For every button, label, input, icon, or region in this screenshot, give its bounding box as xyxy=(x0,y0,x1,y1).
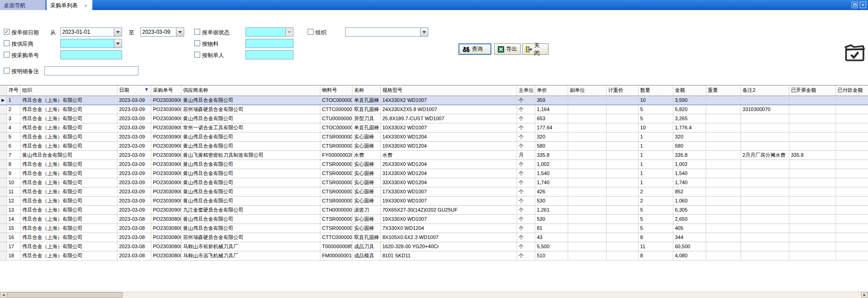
window-close-button[interactable]: ✕ xyxy=(860,2,866,8)
scrollbar-thumb[interactable] xyxy=(7,292,122,298)
row-selector[interactable] xyxy=(0,123,6,132)
material-filter-checkbox[interactable] xyxy=(194,40,200,46)
table-row[interactable]: 14伟旦合金（上海）有限公司2023-03-08PO230308001黄山伟旦合… xyxy=(0,214,868,224)
table-row[interactable]: 12伟旦合金（上海）有限公司2023-03-09PO230309008黄山伟旦合… xyxy=(0,196,868,205)
cell: PO230309007 xyxy=(151,178,181,187)
row-selector[interactable] xyxy=(0,150,6,160)
row-selector[interactable] xyxy=(0,187,6,196)
table-row[interactable]: 2伟旦合金（上海）有限公司2023-03-09PO230309002苏州瑞森硬质… xyxy=(0,105,868,114)
cell: 个 xyxy=(517,114,535,123)
table-row[interactable]: 9伟旦合金（上海）有限公司2023-03-09PO230309007黄山伟旦合金… xyxy=(0,169,868,178)
po-number-input[interactable] xyxy=(60,50,122,59)
date-filter-checkbox[interactable]: ✓ xyxy=(4,29,10,35)
cell: 7X330X0 WD1204 xyxy=(380,224,517,233)
org-combo[interactable] xyxy=(345,27,428,37)
table-row[interactable]: 16伟旦合金（上海）有限公司2023-03-08PO230308003苏州瑞森硬… xyxy=(0,233,868,242)
chevron-down-icon[interactable] xyxy=(114,28,122,36)
scroll-left-arrow-icon[interactable]: ◄ xyxy=(0,292,7,298)
row-selector[interactable] xyxy=(0,132,6,141)
row-selector[interactable] xyxy=(0,141,6,150)
row-selector[interactable] xyxy=(0,169,6,178)
chevron-down-icon[interactable] xyxy=(176,28,184,36)
column-header[interactable]: 主单位 xyxy=(517,85,535,96)
table-row[interactable]: 3伟旦合金（上海）有限公司2023-03-09PO230309003黄山伟旦合金… xyxy=(0,114,868,123)
column-header[interactable]: 序号 xyxy=(6,85,20,96)
row-selector[interactable] xyxy=(0,178,6,187)
cell xyxy=(568,105,606,114)
row-selector[interactable] xyxy=(0,242,6,251)
column-header[interactable]: 物料号 xyxy=(320,85,352,96)
detail-remark-input[interactable] xyxy=(44,66,138,75)
table-row[interactable]: 17伟旦合金（上海）有限公司2023-03-08PO230308004马鞍山市裕… xyxy=(0,242,868,251)
table-row[interactable]: 15伟旦合金（上海）有限公司2023-03-08PO230308002黄山伟旦合… xyxy=(0,224,868,233)
doc-status-filter-checkbox[interactable] xyxy=(194,29,200,35)
cell xyxy=(606,132,638,141)
column-header[interactable]: 组织 xyxy=(20,85,117,96)
export-button[interactable]: 导出 xyxy=(494,43,521,55)
creator-filter-checkbox[interactable] xyxy=(194,52,200,58)
column-header[interactable]: 已开票金额 xyxy=(789,85,836,96)
window-restore-button[interactable] xyxy=(852,2,858,8)
row-selector[interactable] xyxy=(0,105,6,114)
column-header[interactable]: 已付款金额 xyxy=(836,85,868,96)
row-selector[interactable] xyxy=(0,233,6,242)
table-row[interactable]: 6伟旦合金（上海）有限公司2023-03-09PO230309005黄山伟旦合金… xyxy=(0,141,868,150)
column-header[interactable]: 采购单号 xyxy=(151,85,181,96)
table-row[interactable]: 5伟旦合金（上海）有限公司2023-03-09PO230309005黄山伟旦合金… xyxy=(0,132,868,141)
column-header[interactable]: 数量 xyxy=(638,85,673,96)
date-to-combo[interactable]: 2023-03-09 xyxy=(140,27,184,37)
column-header[interactable]: 计重价 xyxy=(606,85,638,96)
cell: PO230309008 xyxy=(151,187,181,196)
supplier-filter-checkbox[interactable] xyxy=(4,40,10,46)
org-filter-checkbox[interactable] xyxy=(308,29,314,35)
chevron-down-icon[interactable] xyxy=(114,39,122,48)
folder-check-icon[interactable] xyxy=(844,42,866,63)
doc-status-combo[interactable] xyxy=(245,27,293,37)
row-selector[interactable] xyxy=(0,214,6,224)
row-selector[interactable] xyxy=(0,205,6,214)
cell: 2023-03-09 xyxy=(117,141,151,150)
table-row[interactable]: 13伟旦合金（上海）有限公司2023-03-09PO230309009九江金鹭硬… xyxy=(0,205,868,214)
column-header[interactable]: 规格型号 xyxy=(380,85,517,96)
table-row[interactable]: 10伟旦合金（上海）有限公司2023-03-09PO230309007黄山伟旦合… xyxy=(0,178,868,187)
table-row[interactable]: 8伟旦合金（上海）有限公司2023-03-09PO230309007黄山伟旦合金… xyxy=(0,160,868,169)
row-selector[interactable] xyxy=(0,251,6,260)
chevron-down-icon[interactable] xyxy=(420,28,428,36)
query-button[interactable]: 查询 xyxy=(458,43,491,55)
tab-desktop-nav[interactable]: 桌面导航 xyxy=(0,0,46,10)
table-row[interactable]: 18伟旦合金（上海）有限公司2023-03-08PO230308001马鞍山市远… xyxy=(0,251,868,260)
cell: 3,265 xyxy=(673,114,706,123)
row-selector[interactable] xyxy=(0,114,6,123)
column-header[interactable]: 单价 xyxy=(535,85,568,96)
detail-remark-filter-checkbox[interactable] xyxy=(4,68,10,74)
column-header[interactable]: 金额 xyxy=(673,85,706,96)
row-selector[interactable] xyxy=(0,160,6,169)
column-header[interactable]: 副单位 xyxy=(568,85,606,96)
date-from-combo[interactable]: 2023-01-01 xyxy=(60,27,122,37)
creator-input[interactable] xyxy=(245,50,293,59)
tab-close-icon[interactable]: × xyxy=(84,3,87,9)
column-header[interactable]: 备注2 xyxy=(740,85,789,96)
cell xyxy=(606,187,638,196)
material-input[interactable] xyxy=(245,39,293,48)
column-header[interactable]: 日期▼ xyxy=(117,85,151,96)
cell xyxy=(568,251,606,260)
table-row[interactable]: 7黄山伟旦合金有限公司2023-03-09PO230309006黄山飞黄精密齿轮… xyxy=(0,150,868,160)
table-row[interactable]: 4伟旦合金（上海）有限公司2023-03-09PO230309004常州一诺合金… xyxy=(0,123,868,132)
table-row[interactable]: ▶1伟旦合金（上海）有限公司2023-03-09PO230309001黄山伟旦合… xyxy=(0,96,868,105)
column-header[interactable]: 供应商名称 xyxy=(181,85,320,96)
supplier-combo[interactable] xyxy=(60,39,122,48)
table-row[interactable]: 11伟旦合金（上海）有限公司2023-03-09PO230309008黄山伟旦合… xyxy=(0,187,868,196)
cell: 单直孔圆棒 xyxy=(352,96,380,105)
tab-purchase-list[interactable]: 采购单列表 × xyxy=(47,0,92,10)
row-selector[interactable]: ▶ xyxy=(0,96,6,105)
column-header[interactable]: 名称 xyxy=(352,85,380,96)
row-selector[interactable] xyxy=(0,224,6,233)
close-button[interactable]: 关闭 xyxy=(522,43,548,55)
scroll-right-arrow-icon[interactable]: ► xyxy=(861,292,868,298)
horizontal-scrollbar[interactable]: ◄ ► xyxy=(0,292,868,298)
column-header[interactable]: 重量 xyxy=(706,85,740,96)
cell: PO230309009 xyxy=(151,205,181,214)
po-number-filter-checkbox[interactable] xyxy=(4,52,10,58)
row-selector[interactable] xyxy=(0,196,6,205)
